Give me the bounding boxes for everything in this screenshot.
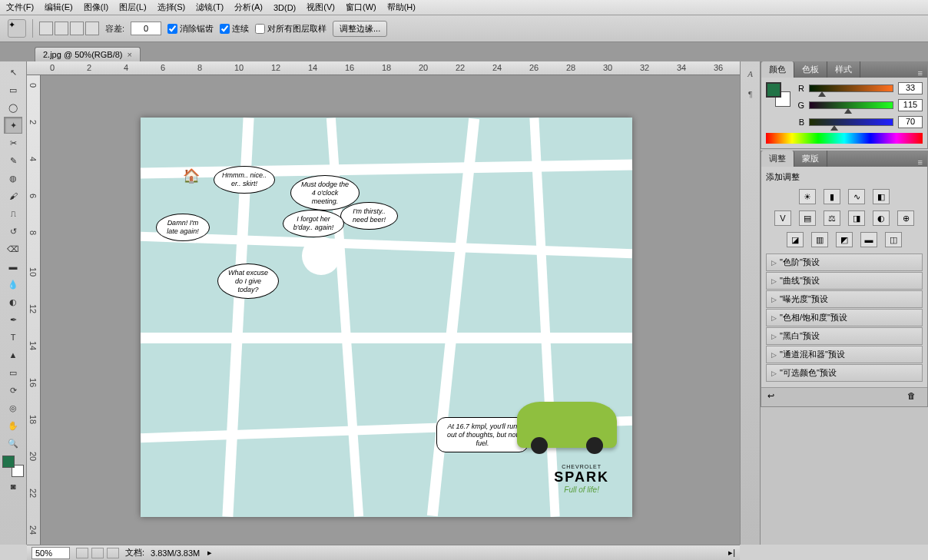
panel-menu-icon[interactable]: ≡ xyxy=(913,157,927,167)
g-value[interactable]: 115 xyxy=(898,99,923,111)
close-icon[interactable]: × xyxy=(128,50,132,59)
invert-icon[interactable]: ◪ xyxy=(787,232,804,247)
scroll-right-icon[interactable]: ▸| xyxy=(728,548,735,558)
brush-tool-icon[interactable]: 🖌 xyxy=(4,187,22,204)
current-tool-icon[interactable]: ✦ xyxy=(8,19,26,38)
contiguous-check[interactable]: 连续 xyxy=(220,23,249,35)
menu-layer[interactable]: 图层(L) xyxy=(119,2,146,13)
sel-sub-icon[interactable] xyxy=(70,22,84,35)
healing-tool-icon[interactable]: ◍ xyxy=(4,170,22,187)
pen-tool-icon[interactable]: ✒ xyxy=(4,311,22,328)
eraser-tool-icon[interactable]: ⌫ xyxy=(4,240,22,257)
zoom-tool-icon[interactable]: 🔍 xyxy=(4,435,22,452)
tab-adjustments[interactable]: 调整 xyxy=(761,151,794,167)
character-panel-icon[interactable]: A xyxy=(744,69,757,83)
spectrum-bar[interactable] xyxy=(766,133,923,144)
stamp-tool-icon[interactable]: ⎍ xyxy=(4,205,22,222)
tab-swatches[interactable]: 色板 xyxy=(794,61,827,78)
adjustment-toggle-icon[interactable]: ↩ xyxy=(767,391,781,403)
tab-styles[interactable]: 样式 xyxy=(827,61,860,78)
preset-item[interactable]: ▷"色相/饱和度"预设 xyxy=(766,309,923,326)
tolerance-input[interactable] xyxy=(131,22,161,35)
preset-item[interactable]: ▷"黑白"预设 xyxy=(766,327,923,345)
type-tool-icon[interactable]: T xyxy=(4,329,22,346)
magic-wand-tool-icon[interactable]: ✦ xyxy=(4,117,22,134)
refine-edge-button[interactable]: 调整边缘... xyxy=(333,21,387,37)
status-icon[interactable] xyxy=(107,548,119,558)
curves-icon[interactable]: ∿ xyxy=(848,189,865,204)
posterize-icon[interactable]: ▥ xyxy=(811,232,828,247)
selective-color-icon[interactable]: ◫ xyxy=(885,232,902,247)
status-icon[interactable] xyxy=(76,548,88,558)
foreground-background-swatch[interactable] xyxy=(2,456,24,477)
tab-masks[interactable]: 蒙版 xyxy=(794,151,827,167)
r-slider[interactable] xyxy=(809,84,893,92)
options-bar: ✦ 容差: 消除锯齿 连续 对所有图层取样 调整边缘... xyxy=(0,15,928,42)
r-value[interactable]: 33 xyxy=(898,82,923,94)
preset-item[interactable]: ▷"曲线"预设 xyxy=(766,272,923,290)
brightness-icon[interactable]: ☀ xyxy=(799,189,816,204)
crop-tool-icon[interactable]: ✂ xyxy=(4,134,22,151)
sel-new-icon[interactable] xyxy=(39,22,53,35)
menu-file[interactable]: 文件(F) xyxy=(6,2,34,13)
menu-filter[interactable]: 滤镜(T) xyxy=(196,2,224,13)
status-menu-icon[interactable]: ▸ xyxy=(207,548,212,558)
quickmask-icon[interactable]: ◙ xyxy=(4,478,22,495)
menu-window[interactable]: 窗口(W) xyxy=(346,2,376,13)
document-tab[interactable]: 2.jpg @ 50%(RGB/8) × xyxy=(35,47,141,61)
preset-item[interactable]: ▷"曝光度"预设 xyxy=(766,290,923,308)
hand-tool-icon[interactable]: ✋ xyxy=(4,417,22,434)
tab-color[interactable]: 颜色 xyxy=(761,61,794,78)
adjustment-trash-icon[interactable]: 🗑 xyxy=(907,391,921,403)
zoom-field[interactable]: 50% xyxy=(31,547,70,559)
channel-mixer-icon[interactable]: ⊕ xyxy=(897,210,914,226)
exposure-icon[interactable]: ◧ xyxy=(873,189,890,204)
g-slider[interactable] xyxy=(809,101,893,109)
all-layers-check[interactable]: 对所有图层取样 xyxy=(255,23,326,35)
history-brush-tool-icon[interactable]: ↺ xyxy=(4,223,22,240)
balance-icon[interactable]: ⚖ xyxy=(824,210,840,226)
panel-menu-icon[interactable]: ≡ xyxy=(913,68,927,78)
shape-tool-icon[interactable]: ▭ xyxy=(4,364,22,381)
foreground-color-swatch[interactable] xyxy=(2,456,15,468)
levels-icon[interactable]: ▮ xyxy=(824,189,840,204)
dodge-tool-icon[interactable]: ◐ xyxy=(4,293,22,310)
paragraph-panel-icon[interactable]: ¶ xyxy=(744,89,757,103)
blur-tool-icon[interactable]: 💧 xyxy=(4,276,22,293)
menu-analysis[interactable]: 分析(A) xyxy=(234,2,263,13)
threshold-icon[interactable]: ◩ xyxy=(836,232,853,247)
bw-icon[interactable]: ◨ xyxy=(848,210,865,226)
photo-filter-icon[interactable]: ◐ xyxy=(873,210,890,226)
status-icon[interactable] xyxy=(91,548,104,558)
sel-int-icon[interactable] xyxy=(85,22,99,35)
marquee-tool-icon[interactable]: ▭ xyxy=(4,81,22,98)
antialias-check[interactable]: 消除锯齿 xyxy=(167,23,214,35)
speech-bubble: I forgot her b'day.. again! xyxy=(283,210,344,237)
menu-edit[interactable]: 编辑(E) xyxy=(45,2,73,13)
menu-3d[interactable]: 3D(D) xyxy=(273,3,296,12)
menu-help[interactable]: 帮助(H) xyxy=(387,2,416,13)
lasso-tool-icon[interactable]: ◯ xyxy=(4,99,22,116)
preset-item[interactable]: ▷"色阶"预设 xyxy=(766,253,923,271)
chevron-right-icon: ▷ xyxy=(771,369,777,377)
gradient-tool-icon[interactable]: ▬ xyxy=(4,258,22,275)
eyedropper-tool-icon[interactable]: ✎ xyxy=(4,152,22,169)
menu-select[interactable]: 选择(S) xyxy=(157,2,186,13)
3d-tool-icon[interactable]: ⟳ xyxy=(4,382,22,399)
selection-mode-icons[interactable] xyxy=(39,22,99,35)
preset-item[interactable]: ▷"通道混和器"预设 xyxy=(766,346,923,363)
path-select-tool-icon[interactable]: ▲ xyxy=(4,346,22,363)
color-swatch-pair[interactable] xyxy=(766,82,790,107)
gradient-map-icon[interactable]: ▬ xyxy=(860,232,877,247)
hue-icon[interactable]: ▤ xyxy=(799,210,816,226)
b-value[interactable]: 70 xyxy=(898,116,923,128)
b-slider[interactable] xyxy=(809,118,893,126)
menu-view[interactable]: 视图(V) xyxy=(307,2,335,13)
menu-image[interactable]: 图像(I) xyxy=(84,2,108,13)
3d-camera-tool-icon[interactable]: ◎ xyxy=(4,399,22,416)
vibrance-icon[interactable]: V xyxy=(774,210,791,226)
move-tool-icon[interactable]: ↖ xyxy=(4,64,22,81)
sel-add-icon[interactable] xyxy=(55,22,68,35)
canvas-viewport[interactable]: 🏠 Hmmm.. nice.. er.. skirt! Must dodge t… xyxy=(41,75,740,545)
preset-item[interactable]: ▷"可选颜色"预设 xyxy=(766,364,923,382)
